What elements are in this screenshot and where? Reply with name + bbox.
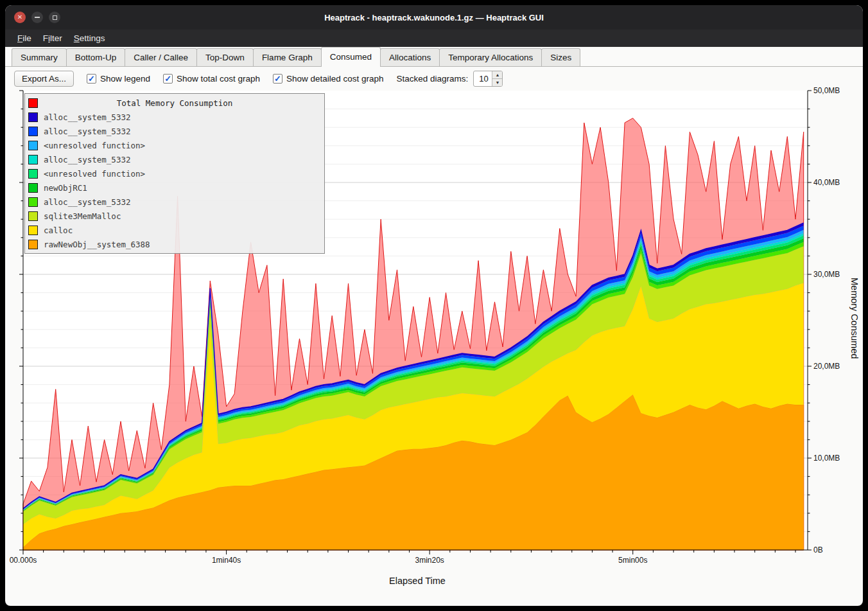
svg-text:20,0MB: 20,0MB [813, 362, 840, 371]
svg-text:50,0MB: 50,0MB [813, 86, 840, 95]
legend-label: alloc__system_5332 [44, 112, 130, 122]
window-title: Heaptrack - heaptrack.wakunode.1.gz — He… [324, 13, 544, 22]
stacked-diagrams-group: Stacked diagrams: 10 ▲ ▼ [397, 71, 503, 87]
legend-label: sqlite3MemMalloc [44, 211, 121, 221]
legend-title: Total Memory Consumption [28, 98, 321, 108]
legend-label: <unresolved function> [44, 141, 145, 150]
legend-item: alloc__system_5332 [28, 124, 321, 138]
checkbox-check-icon: ✓ [163, 74, 173, 84]
svg-text:30,0MB: 30,0MB [813, 270, 840, 279]
tab-bar: SummaryBottom-UpCaller / CalleeTop-DownF… [5, 47, 863, 67]
legend-label: calloc [44, 226, 73, 235]
legend-item: alloc__system_5332 [28, 110, 321, 124]
legend-label: alloc__system_5332 [44, 197, 130, 207]
tab-summary[interactable]: Summary [12, 48, 67, 66]
tab-bottom-up[interactable]: Bottom-Up [66, 48, 126, 66]
chart-legend: Total Memory Consumption alloc__system_5… [24, 93, 325, 254]
window-controls: ✕ [14, 12, 60, 23]
legend-swatch-icon [28, 127, 38, 136]
menu-bar: FileFilterSettings [5, 30, 863, 47]
checkbox-check-icon: ✓ [87, 74, 96, 84]
tab-caller-callee[interactable]: Caller / Callee [125, 48, 197, 66]
spinner-down-icon[interactable]: ▼ [492, 78, 502, 86]
tab-top-down[interactable]: Top-Down [196, 48, 254, 66]
svg-text:10,0MB: 10,0MB [813, 454, 840, 463]
legend-swatch-icon [28, 240, 38, 249]
legend-item: <unresolved function> [28, 166, 321, 181]
menu-file[interactable]: File [12, 31, 37, 46]
legend-swatch-icon [28, 197, 38, 207]
legend-swatch-icon [28, 211, 38, 221]
checkbox-label: Show legend [100, 74, 150, 84]
minimize-icon[interactable] [31, 12, 43, 23]
menu-filter[interactable]: Filter [37, 31, 68, 46]
maximize-icon[interactable] [49, 12, 60, 23]
legend-title-row: Total Memory Consumption [28, 96, 321, 110]
legend-item: rawNewObj__system_6388 [28, 237, 321, 251]
legend-swatch-icon [28, 155, 38, 164]
show-total-cost-graph-checkbox[interactable]: ✓Show total cost graph [163, 74, 260, 84]
tab-flame-graph[interactable]: Flame Graph [253, 48, 322, 66]
show-legend-checkbox[interactable]: ✓Show legend [87, 74, 150, 84]
legend-label: alloc__system_5332 [44, 127, 130, 136]
legend-item: <unresolved function> [28, 138, 321, 152]
stacked-diagrams-label: Stacked diagrams: [397, 74, 469, 84]
menu-settings[interactable]: Settings [68, 31, 111, 46]
stacked-diagrams-spinner[interactable]: 10 ▲ ▼ [473, 71, 503, 87]
checkbox-label: Show total cost graph [177, 74, 260, 84]
close-icon[interactable]: ✕ [14, 12, 26, 23]
x-axis-title: Elapsed Time [19, 576, 815, 586]
legend-item: alloc__system_5332 [28, 195, 321, 209]
title-bar: ✕ Heaptrack - heaptrack.wakunode.1.gz — … [5, 5, 863, 30]
svg-text:40,0MB: 40,0MB [813, 178, 840, 187]
svg-text:5min00s: 5min00s [618, 556, 647, 565]
stacked-diagrams-value[interactable]: 10 [474, 71, 492, 86]
svg-text:1min40s: 1min40s [212, 556, 241, 565]
show-detailed-cost-graph-checkbox[interactable]: ✓Show detailed cost graph [273, 74, 384, 84]
spinner-up-icon[interactable]: ▲ [492, 71, 502, 78]
legend-swatch-icon [28, 112, 38, 122]
legend-swatch-icon [28, 141, 38, 150]
tab-temporary-allocations[interactable]: Temporary Allocations [439, 48, 542, 66]
legend-item: newObjRC1 [28, 181, 321, 195]
legend-item: sqlite3MemMalloc [28, 209, 321, 223]
tab-consumed[interactable]: Consumed [321, 47, 381, 67]
checkbox-label: Show detailed cost graph [286, 74, 384, 84]
legend-item: alloc__system_5332 [28, 152, 321, 166]
svg-text:0B: 0B [813, 545, 823, 554]
legend-swatch-icon [28, 226, 38, 235]
legend-label: newObjRC1 [44, 183, 87, 193]
export-as-button[interactable]: Export As... [14, 71, 74, 87]
app-window: ✕ Heaptrack - heaptrack.wakunode.1.gz — … [5, 5, 863, 606]
legend-label: <unresolved function> [44, 169, 145, 179]
legend-item: calloc [28, 223, 321, 237]
legend-swatch-icon [28, 169, 38, 179]
tab-sizes[interactable]: Sizes [541, 48, 580, 66]
y-axis-title: Memory Consumed [847, 86, 862, 550]
toolbar: Export As... ✓Show legend✓Show total cos… [14, 69, 856, 87]
legend-swatch-icon [28, 183, 38, 193]
svg-text:00.000s: 00.000s [10, 556, 37, 565]
checkbox-check-icon: ✓ [273, 74, 282, 84]
tab-allocations[interactable]: Allocations [380, 48, 440, 66]
legend-label: alloc__system_5332 [44, 155, 130, 164]
svg-text:3min20s: 3min20s [415, 556, 444, 565]
legend-label: rawNewObj__system_6388 [44, 240, 150, 249]
